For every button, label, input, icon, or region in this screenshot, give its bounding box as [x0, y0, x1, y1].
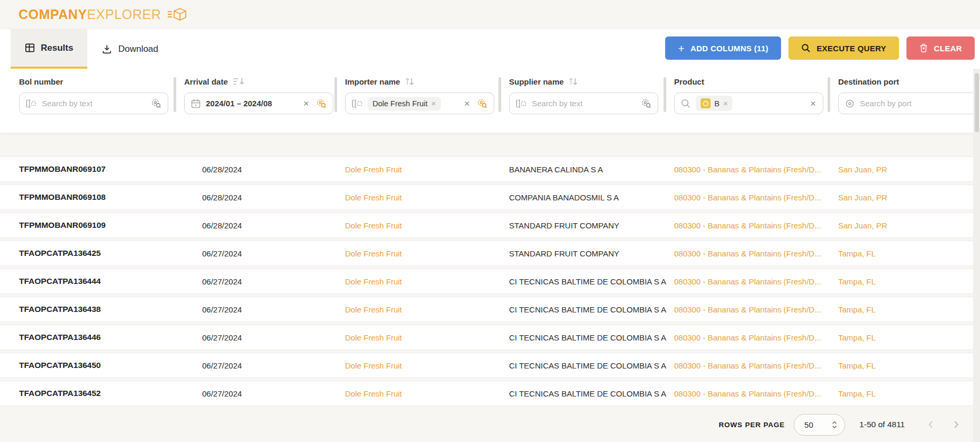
table-row: TFAOPCATPA136425 06/27/2024 Dole Fresh F…: [0, 241, 980, 266]
supplier-cell: CI TECNICAS BALTIME DE COLOMBIA S A: [509, 389, 674, 398]
product-link[interactable]: 080300 - Bananas & Plantains (Fresh/D...: [674, 165, 821, 174]
sort-both-icon[interactable]: [568, 77, 578, 86]
destination-port-search-input[interactable]: [860, 99, 980, 108]
filter-col-arrival-date: Arrival date 2024/01 – 2024/08 ×: [184, 76, 333, 114]
chip-remove-icon[interactable]: ×: [431, 99, 436, 107]
execute-query-button[interactable]: EXECUTE QUERY: [788, 36, 899, 60]
arrival-date-cell: 06/28/2024: [184, 221, 345, 230]
bol-number-link[interactable]: TFAOPCATPA136425: [19, 248, 101, 258]
bol-number-search-input[interactable]: [42, 99, 145, 108]
destination-port-link[interactable]: Tampa, FL: [838, 277, 876, 286]
importer-link[interactable]: Dole Fresh Fruit: [345, 389, 402, 398]
bol-number-filter[interactable]: [19, 93, 168, 114]
filter-col-supplier-name: Supplier name: [509, 76, 658, 114]
bol-number-link[interactable]: TFAOPCATPA136444: [19, 277, 101, 286]
plus-icon: +: [678, 43, 685, 54]
product-link[interactable]: 080300 - Bananas & Plantains (Fresh/D...: [674, 249, 821, 258]
download-icon: [102, 44, 112, 54]
table-row: TFAOPCATPA136446 06/27/2024 Dole Fresh F…: [0, 325, 980, 350]
arrival-date-cell: 06/27/2024: [184, 277, 345, 286]
table-row: TFPMMOBANR069107 06/28/2024 Dole Fresh F…: [0, 156, 980, 182]
importer-link[interactable]: Dole Fresh Fruit: [345, 277, 402, 286]
sort-descending-icon[interactable]: [232, 77, 245, 86]
product-filter-chip[interactable]: B ×: [696, 96, 732, 111]
destination-port-link[interactable]: San Juan, PR: [838, 165, 887, 174]
product-link[interactable]: 080300 - Bananas & Plantains (Fresh/D...: [674, 361, 821, 370]
importer-link[interactable]: Dole Fresh Fruit: [345, 305, 402, 314]
text-cursor-icon: [25, 99, 37, 108]
product-link[interactable]: 080300 - Bananas & Plantains (Fresh/D...: [674, 305, 821, 314]
importer-filter-chip[interactable]: Dole Fresh Fruit ×: [368, 97, 441, 111]
column-header-bol-number: Bol number: [19, 77, 63, 86]
arrival-date-cell: 06/28/2024: [184, 165, 345, 174]
destination-port-link[interactable]: Tampa, FL: [838, 333, 876, 342]
results-grid-icon: [25, 43, 35, 53]
pagination-footer: ROWS PER PAGE 50 1-50 of 4811: [0, 407, 980, 442]
next-page-button[interactable]: [950, 417, 962, 432]
importer-link[interactable]: Dole Fresh Fruit: [345, 165, 402, 174]
sort-both-icon[interactable]: [404, 77, 415, 86]
bol-number-link[interactable]: TFAOPCATPA136450: [19, 361, 101, 370]
supplier-cell: CI TECNICAS BALTIME DE COLOMBIA S A: [509, 305, 674, 314]
previous-page-button[interactable]: [925, 417, 937, 432]
gear-search-icon-active[interactable]: [315, 97, 327, 109]
rows-per-page-select[interactable]: 50: [794, 414, 845, 436]
text-cursor-icon: [515, 99, 527, 108]
add-columns-button[interactable]: + ADD COLUMNS (11): [665, 36, 781, 60]
bol-number-link[interactable]: TFPMMOBANR069107: [19, 164, 106, 174]
importer-link[interactable]: Dole Fresh Fruit: [345, 361, 402, 370]
clear-button[interactable]: CLEAR: [906, 36, 975, 60]
clear-date-filter-icon[interactable]: ×: [302, 98, 310, 108]
importer-link[interactable]: Dole Fresh Fruit: [345, 249, 402, 258]
importer-link[interactable]: Dole Fresh Fruit: [345, 193, 402, 202]
gear-search-icon[interactable]: [150, 97, 162, 109]
arrival-date-filter[interactable]: 2024/01 – 2024/08 ×: [184, 93, 333, 114]
bol-number-link[interactable]: TFAOPCATPA136438: [19, 305, 101, 314]
tab-bar: Results Download + ADD COLUMNS (11) EXEC…: [0, 29, 980, 69]
tab-download-label: Download: [118, 44, 158, 54]
gear-search-icon[interactable]: [640, 97, 652, 109]
product-link[interactable]: 080300 - Bananas & Plantains (Fresh/D...: [674, 333, 821, 342]
tab-download[interactable]: Download: [87, 29, 173, 69]
destination-port-link[interactable]: Tampa, FL: [838, 305, 876, 314]
product-link[interactable]: 080300 - Bananas & Plantains (Fresh/D...: [674, 277, 821, 286]
package-box-icon: [167, 6, 188, 22]
bol-number-link[interactable]: TFPMMOBANR069108: [19, 192, 106, 202]
supplier-name-filter[interactable]: [509, 93, 658, 114]
column-separator[interactable]: [498, 77, 501, 112]
product-filter[interactable]: B × ×: [674, 93, 823, 114]
product-link[interactable]: 080300 - Bananas & Plantains (Fresh/D...: [674, 389, 821, 398]
importer-name-filter[interactable]: Dole Fresh Fruit × ×: [345, 93, 494, 114]
destination-port-link[interactable]: San Juan, PR: [838, 193, 887, 202]
column-separator[interactable]: [828, 77, 830, 112]
bol-number-link[interactable]: TFPMMOBANR069109: [19, 220, 106, 230]
column-separator[interactable]: [664, 77, 666, 112]
clear-product-filter-icon[interactable]: ×: [809, 98, 817, 108]
destination-port-link[interactable]: Tampa, FL: [838, 361, 876, 370]
chip-remove-icon[interactable]: ×: [723, 99, 728, 107]
vertical-scrollbar-track[interactable]: [973, 69, 980, 442]
gear-search-icon-active[interactable]: [476, 97, 488, 109]
tab-results[interactable]: Results: [11, 29, 87, 69]
importer-link[interactable]: Dole Fresh Fruit: [345, 221, 402, 230]
supplier-cell: CI TECNICAS BALTIME DE COLOMBIA S A: [509, 361, 674, 370]
destination-port-link[interactable]: Tampa, FL: [838, 249, 876, 258]
vertical-scrollbar-thumb[interactable]: [975, 73, 979, 132]
destination-port-link[interactable]: Tampa, FL: [838, 389, 876, 398]
execute-query-label: EXECUTE QUERY: [816, 44, 886, 53]
destination-port-link[interactable]: San Juan, PR: [838, 221, 887, 230]
destination-port-filter[interactable]: [838, 93, 980, 114]
supplier-name-search-input[interactable]: [532, 99, 635, 108]
filter-panel: Bol number: [0, 69, 980, 133]
bol-number-link[interactable]: TFAOPCATPA136452: [19, 389, 101, 398]
product-link[interactable]: 080300 - Bananas & Plantains (Fresh/D...: [674, 193, 821, 202]
product-link[interactable]: 080300 - Bananas & Plantains (Fresh/D...: [674, 221, 821, 230]
search-icon: [801, 43, 811, 53]
importer-link[interactable]: Dole Fresh Fruit: [345, 333, 402, 342]
toolbar: + ADD COLUMNS (11) EXECUTE QUERY CLEAR: [665, 36, 975, 60]
column-separator[interactable]: [334, 77, 337, 112]
tab-results-label: Results: [41, 43, 73, 53]
bol-number-link[interactable]: TFAOPCATPA136446: [19, 333, 101, 342]
column-separator[interactable]: [174, 77, 176, 112]
clear-importer-filter-icon[interactable]: ×: [463, 98, 471, 108]
